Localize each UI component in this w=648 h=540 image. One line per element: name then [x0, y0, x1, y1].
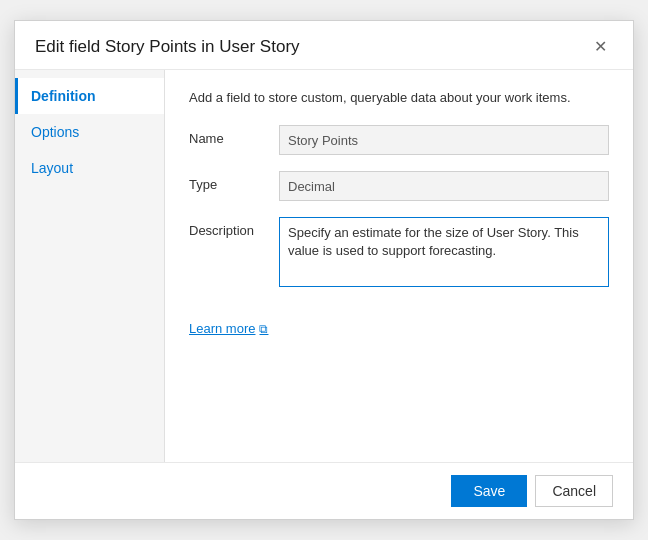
learn-more-text: Learn more — [189, 321, 255, 336]
dialog-body: Definition Options Layout Add a field to… — [15, 70, 633, 462]
sidebar-item-options-label: Options — [31, 124, 79, 140]
sidebar-item-definition[interactable]: Definition — [15, 78, 164, 114]
add-field-description: Add a field to store custom, queryable d… — [189, 90, 609, 105]
cancel-button[interactable]: Cancel — [535, 475, 613, 507]
description-label: Description — [189, 217, 279, 238]
description-textarea[interactable]: Specify an estimate for the size of User… — [279, 217, 609, 287]
learn-more-row: Learn more ⧉ — [189, 319, 609, 337]
type-input[interactable] — [279, 171, 609, 201]
name-row: Name — [189, 125, 609, 155]
sidebar-item-options[interactable]: Options — [15, 114, 164, 150]
edit-field-dialog: Edit field Story Points in User Story ✕ … — [14, 20, 634, 520]
sidebar: Definition Options Layout — [15, 70, 165, 462]
dialog-footer: Save Cancel — [15, 462, 633, 519]
dialog-header: Edit field Story Points in User Story ✕ — [15, 21, 633, 70]
description-row: Description Specify an estimate for the … — [189, 217, 609, 287]
save-button[interactable]: Save — [451, 475, 527, 507]
type-row: Type — [189, 171, 609, 201]
sidebar-item-definition-label: Definition — [31, 88, 96, 104]
external-link-icon: ⧉ — [259, 322, 268, 336]
learn-more-link[interactable]: Learn more ⧉ — [189, 321, 268, 336]
name-input[interactable] — [279, 125, 609, 155]
sidebar-item-layout-label: Layout — [31, 160, 73, 176]
type-label: Type — [189, 171, 279, 192]
dialog-title: Edit field Story Points in User Story — [35, 37, 300, 57]
name-label: Name — [189, 125, 279, 146]
main-content: Add a field to store custom, queryable d… — [165, 70, 633, 462]
sidebar-item-layout[interactable]: Layout — [15, 150, 164, 186]
close-button[interactable]: ✕ — [588, 37, 613, 57]
